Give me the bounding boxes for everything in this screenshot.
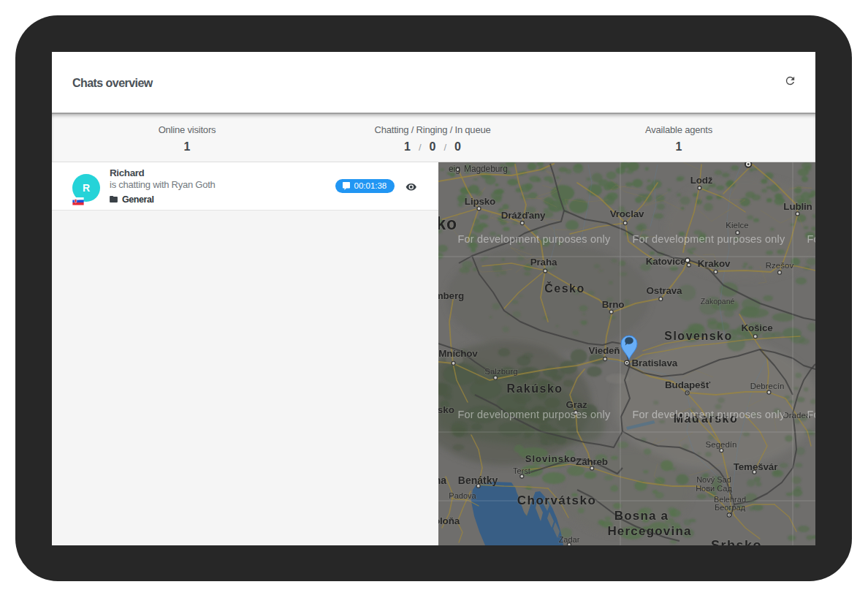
svg-text:Brno: Brno [602, 299, 625, 310]
svg-text:cko: cko [438, 214, 457, 233]
svg-text:For development purposes only: For development purposes only [807, 233, 815, 245]
svg-text:Lipsko: Lipsko [465, 196, 495, 207]
svg-text:na: na [438, 474, 446, 486]
svg-text:For development purposes only: For development purposes only [633, 409, 785, 420]
svg-text:Bratislava: Bratislava [632, 357, 678, 368]
svg-text:Košice: Košice [741, 322, 773, 333]
svg-text:Praha: Praha [530, 257, 557, 268]
svg-text:Segedín: Segedín [706, 440, 737, 449]
svg-text:Lodž: Lodž [690, 175, 713, 186]
svg-text:Srbsko: Srbsko [711, 538, 762, 545]
svg-text:Београд: Београд [715, 503, 746, 512]
svg-text:Magdeburg: Magdeburg [464, 164, 508, 174]
svg-text:Chorvátsko: Chorvátsko [517, 493, 597, 507]
svg-text:Kielce: Kielce [726, 221, 748, 230]
svg-text:Zadar: Zadar [559, 535, 580, 544]
svg-text:eig: eig [449, 164, 460, 174]
svg-text:Hercegovina: Hercegovina [607, 524, 691, 538]
svg-text:Debrecín: Debrecín [750, 382, 785, 390]
svg-text:Česko: Česko [544, 281, 585, 295]
svg-text:For development purposes only: For development purposes only [807, 409, 815, 420]
svg-text:For development purposes only: For development purposes only [458, 409, 611, 420]
svg-text:Temešvár: Temešvár [734, 461, 778, 472]
svg-text:Slovensko: Slovensko [664, 330, 733, 342]
svg-text:Rzešov: Rzešov [766, 261, 794, 270]
svg-text:Nový Sad: Nový Sad [696, 475, 731, 484]
svg-text:Ostrava: Ostrava [647, 285, 683, 296]
svg-text:Krakov: Krakov [698, 258, 731, 269]
svg-text:oloňa: oloňa [438, 515, 460, 526]
svg-text:Slovinsko: Slovinsko [525, 453, 576, 464]
svg-text:Нови Сад: Нови Сад [696, 484, 732, 493]
svg-text:Norimberg: Norimberg [438, 290, 464, 301]
svg-text:Padova: Padova [449, 491, 476, 500]
svg-text:Budapešť: Budapešť [665, 379, 711, 390]
svg-text:Viedeň: Viedeň [589, 345, 620, 356]
svg-text:Bosna a: Bosna a [614, 509, 669, 523]
svg-text:Vroclav: Vroclav [610, 208, 644, 219]
svg-text:sko: sko [438, 404, 454, 415]
svg-text:Rakúsko: Rakúsko [506, 382, 563, 395]
svg-text:Mníchov: Mníchov [438, 348, 478, 359]
svg-text:For development purposes only: For development purposes only [458, 233, 611, 245]
svg-text:Lublin: Lublin [783, 201, 812, 212]
svg-text:Zakopané: Zakopané [701, 297, 735, 306]
svg-text:Záhreb: Záhreb [576, 456, 608, 467]
svg-text:Drážďany: Drážďany [501, 210, 546, 221]
svg-text:Salzburg: Salzburg [484, 367, 517, 376]
svg-text:Benátky: Benátky [458, 474, 498, 486]
svg-text:Katovice: Katovice [646, 256, 686, 267]
svg-text:For development purposes only: For development purposes only [633, 233, 785, 245]
svg-text:Terst: Terst [513, 466, 530, 475]
